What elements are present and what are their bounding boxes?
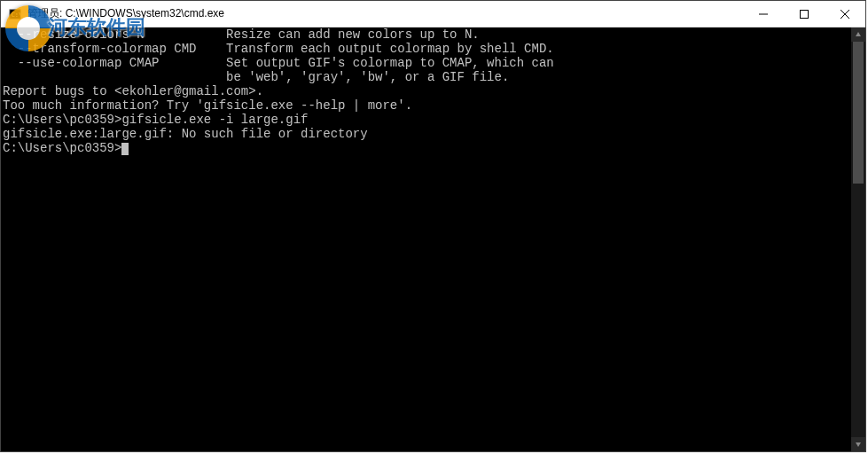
terminal-line: Too much information? Try 'gifsicle.exe … [3, 98, 864, 113]
terminal-line: Report bugs to <ekohler@gmail.com>. [3, 84, 864, 98]
scroll-thumb[interactable] [853, 42, 864, 184]
svg-marker-7 [856, 442, 861, 447]
terminal-line: C:\Users\pc0359> [3, 141, 864, 155]
text-cursor [121, 143, 129, 155]
terminal-line: --use-colormap CMAP Set output GIF's col… [3, 56, 864, 70]
terminal-line: be 'web', 'gray', 'bw', or a GIF file. [3, 70, 864, 84]
window-controls [743, 1, 865, 27]
vertical-scrollbar[interactable] [851, 27, 865, 451]
titlebar[interactable]: C:\ 管理员: C:\WINDOWS\system32\cmd.exe [1, 1, 865, 27]
close-button[interactable] [825, 1, 865, 27]
svg-marker-6 [856, 32, 861, 36]
scroll-track[interactable] [851, 42, 865, 437]
terminal-line: --transform-colormap CMD Transform each … [3, 42, 864, 56]
svg-rect-3 [801, 10, 809, 18]
scroll-down-arrow[interactable] [851, 437, 865, 451]
terminal-line: --resize-colors N Resize can add new col… [3, 27, 864, 42]
terminal-output[interactable]: --resize-colors N Resize can add new col… [1, 27, 865, 451]
terminal-line: gifsicle.exe:large.gif: No such file or … [3, 127, 864, 141]
minimize-button[interactable] [743, 1, 784, 27]
maximize-button[interactable] [784, 1, 825, 27]
svg-text:C:\: C:\ [12, 11, 21, 18]
cmd-icon: C:\ [8, 7, 22, 21]
scroll-up-arrow[interactable] [851, 27, 865, 42]
cmd-window: C:\ 管理员: C:\WINDOWS\system32\cmd.exe --r… [0, 0, 866, 452]
window-title: 管理员: C:\WINDOWS\system32\cmd.exe [27, 6, 743, 21]
terminal-line: C:\Users\pc0359>gifsicle.exe -i large.gi… [3, 113, 864, 127]
